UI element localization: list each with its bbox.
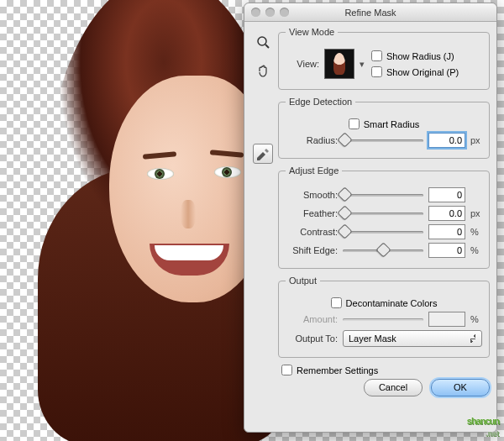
- amount-slider: [343, 313, 423, 325]
- dialog-title: Refine Mask: [344, 8, 396, 18]
- output-group: Output Decontaminate Colors Amount: % Ou…: [278, 276, 490, 358]
- remember-settings-label: Remember Settings: [297, 365, 378, 375]
- decontaminate-checkbox[interactable]: Decontaminate Colors: [331, 297, 438, 308]
- amount-unit: %: [470, 314, 482, 324]
- show-original-checkbox[interactable]: Show Original (P): [371, 66, 482, 77]
- feather-field[interactable]: 0.0: [428, 206, 465, 221]
- smart-radius-input[interactable]: [349, 118, 360, 129]
- show-original-label: Show Original (P): [386, 67, 459, 77]
- show-original-input[interactable]: [371, 66, 382, 77]
- smooth-field[interactable]: 0: [428, 187, 465, 202]
- contrast-unit: %: [470, 227, 482, 237]
- amount-label: Amount:: [286, 314, 338, 324]
- shift-edge-slider[interactable]: [343, 244, 423, 256]
- smart-radius-label: Smart Radius: [364, 119, 420, 129]
- magnifier-icon: [256, 35, 270, 49]
- refine-radius-tool[interactable]: [253, 144, 273, 164]
- document-image: [17, 0, 269, 441]
- amount-field: [428, 312, 465, 327]
- minimize-icon: [265, 8, 275, 17]
- output-to-select[interactable]: Layer Mask: [343, 330, 482, 347]
- radius-slider[interactable]: [343, 134, 423, 146]
- smart-radius-checkbox[interactable]: Smart Radius: [349, 118, 420, 129]
- svg-point-0: [258, 37, 266, 45]
- show-radius-label: Show Radius (J): [386, 51, 454, 61]
- chevron-down-icon[interactable]: ▾: [360, 59, 366, 70]
- close-icon[interactable]: [251, 8, 260, 17]
- show-radius-checkbox[interactable]: Show Radius (J): [371, 50, 482, 61]
- feather-label: Feather:: [286, 208, 338, 218]
- smooth-slider[interactable]: [343, 189, 423, 201]
- view-mode-group: View Mode View: ▾ Show Radius (J) Show O…: [278, 27, 490, 90]
- feather-slider[interactable]: [343, 207, 423, 219]
- contrast-slider[interactable]: [343, 226, 423, 238]
- cancel-button[interactable]: Cancel: [364, 379, 423, 396]
- refine-mask-dialog: Refine Mask View Mode View: ▾ Show Radiu…: [244, 3, 497, 433]
- edge-detection-group: Edge Detection Smart Radius Radius: 0.0 …: [278, 97, 490, 159]
- ok-button[interactable]: OK: [431, 379, 490, 396]
- feather-unit: px: [470, 208, 482, 218]
- radius-field[interactable]: 0.0: [428, 133, 465, 148]
- smooth-label: Smooth:: [286, 190, 338, 200]
- output-to-value: Layer Mask: [349, 333, 396, 344]
- view-label: View:: [286, 59, 319, 69]
- view-mode-legend: View Mode: [286, 27, 338, 37]
- view-thumbnail[interactable]: [324, 49, 354, 79]
- radius-label: Radius:: [286, 135, 338, 145]
- shift-edge-label: Shift Edge:: [286, 245, 338, 255]
- output-legend: Output: [286, 276, 320, 286]
- zoom-icon: [280, 8, 289, 17]
- adjust-edge-legend: Adjust Edge: [286, 165, 342, 176]
- hand-tool[interactable]: [253, 60, 273, 81]
- zoom-tool[interactable]: [253, 32, 273, 52]
- contrast-label: Contrast:: [286, 227, 338, 237]
- brush-icon: [255, 147, 270, 160]
- contrast-field[interactable]: 0: [428, 224, 465, 239]
- show-radius-input[interactable]: [371, 50, 382, 61]
- shift-edge-unit: %: [470, 245, 482, 255]
- hand-icon: [256, 64, 270, 77]
- edge-detection-legend: Edge Detection: [286, 97, 355, 107]
- dialog-titlebar[interactable]: Refine Mask: [244, 3, 496, 22]
- decontaminate-label: Decontaminate Colors: [346, 298, 438, 308]
- decontaminate-input[interactable]: [331, 297, 342, 308]
- svg-line-1: [265, 45, 269, 48]
- watermark: shancun.net: [467, 407, 499, 438]
- shift-edge-field[interactable]: 0: [428, 243, 465, 258]
- remember-settings-input[interactable]: [281, 365, 292, 375]
- remember-settings-checkbox[interactable]: Remember Settings: [281, 365, 490, 375]
- adjust-edge-group: Adjust Edge Smooth: 0 Feather: 0.0 px Co…: [278, 165, 490, 269]
- radius-unit: px: [470, 135, 482, 145]
- output-to-label: Output To:: [286, 333, 338, 344]
